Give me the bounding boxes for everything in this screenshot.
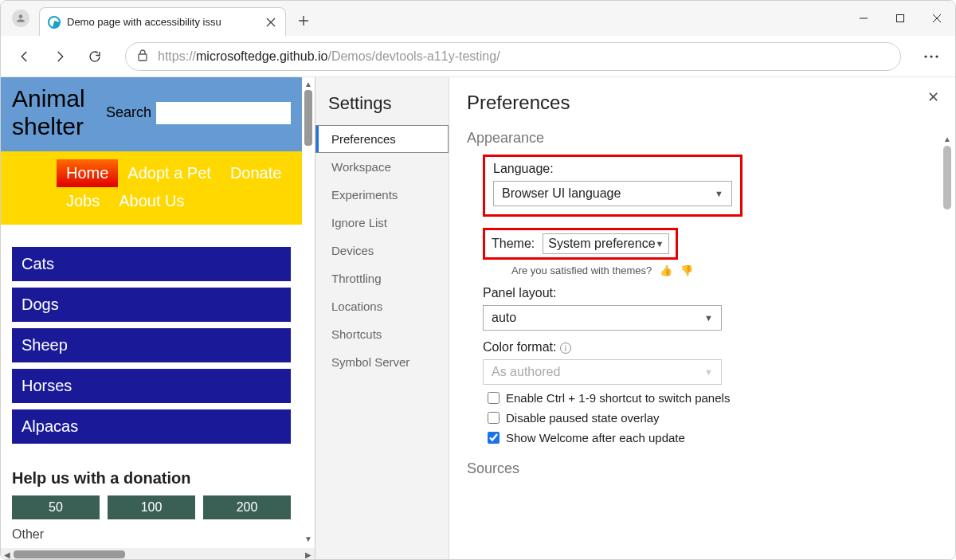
browser-tab[interactable]: Demo page with accessibility issu	[39, 7, 286, 36]
paused-overlay-checkbox-row: Disable paused state overlay	[488, 411, 934, 425]
show-welcome-checkbox[interactable]	[488, 432, 500, 444]
panel-layout-value: auto	[492, 311, 516, 325]
settings-nav-symbol-server[interactable]: Symbol Server	[315, 348, 449, 376]
theme-value: System preference	[548, 237, 655, 251]
search-label: Search	[106, 104, 151, 121]
donation-buttons: 50 100 200	[1, 495, 302, 519]
settings-nav-shortcuts[interactable]: Shortcuts	[315, 320, 449, 348]
settings-nav-devices[interactable]: Devices	[315, 237, 449, 264]
theme-highlight: Theme: System preference ▼	[483, 228, 678, 260]
thumbs-down-icon[interactable]: 👎	[680, 264, 693, 276]
nav-donate[interactable]: Donate	[221, 159, 292, 187]
chevron-down-icon: ▼	[715, 189, 723, 198]
panel-layout-field: Panel layout: auto ▼	[483, 286, 934, 331]
page-title: Animal shelter	[12, 85, 103, 140]
scroll-thumb[interactable]	[943, 146, 951, 210]
language-highlight: Language: Browser UI language ▼	[483, 155, 742, 217]
back-button[interactable]	[10, 42, 39, 71]
donation-100[interactable]: 100	[108, 495, 195, 519]
settings-nav-experiments[interactable]: Experiments	[315, 181, 449, 209]
scroll-up-icon[interactable]: ▲	[302, 77, 315, 90]
settings-nav-preferences[interactable]: Preferences	[315, 125, 449, 153]
close-settings-button[interactable]: ✕	[927, 88, 939, 106]
show-welcome-checkbox-row: Show Welcome after each update	[488, 431, 934, 444]
panel-layout-select[interactable]: auto ▼	[483, 305, 722, 331]
theme-label: Theme:	[492, 237, 535, 251]
language-select[interactable]: Browser UI language ▼	[493, 181, 732, 206]
color-format-label: Color format: i	[483, 340, 934, 354]
settings-nav-locations[interactable]: Locations	[315, 292, 449, 320]
show-welcome-label: Show Welcome after each update	[506, 431, 685, 444]
window-close-button[interactable]	[919, 1, 955, 36]
animal-dogs[interactable]: Dogs	[12, 288, 291, 322]
page-vertical-scrollbar[interactable]: ▲ ▼	[302, 77, 315, 545]
scroll-left-icon[interactable]: ◀	[1, 548, 14, 560]
settings-nav-workspace[interactable]: Workspace	[315, 153, 449, 181]
lock-icon	[137, 49, 148, 64]
donation-200[interactable]: 200	[203, 495, 291, 519]
ctrl19-label: Enable Ctrl + 1-9 shortcut to switch pan…	[506, 391, 730, 405]
animal-horses[interactable]: Horses	[12, 369, 291, 403]
scroll-up-icon[interactable]: ▲	[942, 133, 952, 144]
color-format-select: As authored ▼	[483, 359, 722, 385]
settings-nav-ignore-list[interactable]: Ignore List	[315, 209, 449, 237]
settings-sidebar: Settings Preferences Workspace Experimen…	[315, 77, 449, 560]
ctrl19-checkbox-row: Enable Ctrl + 1-9 shortcut to switch pan…	[488, 391, 934, 405]
theme-feedback: Are you satisfied with themes? 👍 👎	[511, 264, 934, 276]
donation-other-label: Other	[1, 519, 302, 545]
ctrl19-checkbox[interactable]	[488, 392, 500, 404]
svg-point-4	[935, 55, 938, 57]
browser-titlebar: Demo page with accessibility issu	[1, 1, 955, 36]
color-format-value: As authored	[492, 365, 560, 379]
window-maximize-button[interactable]	[882, 1, 919, 36]
url-text: https://microsoftedge.github.io/Demos/de…	[158, 49, 500, 64]
info-icon[interactable]: i	[560, 343, 571, 354]
appearance-heading: Appearance	[467, 130, 934, 147]
chevron-down-icon: ▼	[704, 367, 713, 377]
refresh-button[interactable]	[80, 42, 109, 71]
nav-home[interactable]: Home	[57, 159, 118, 187]
chevron-down-icon: ▼	[704, 313, 713, 323]
browser-menu-button[interactable]	[917, 42, 946, 71]
nav-jobs[interactable]: Jobs	[57, 187, 109, 215]
search-input[interactable]	[156, 102, 291, 124]
preferences-title: Preferences	[467, 92, 934, 114]
theme-select[interactable]: System preference ▼	[543, 233, 669, 254]
animal-list: Cats Dogs Sheep Horses Alpacas	[1, 225, 302, 458]
profile-avatar[interactable]	[12, 10, 29, 27]
address-bar[interactable]: https://microsoftedge.github.io/Demos/de…	[125, 42, 901, 71]
close-tab-button[interactable]	[264, 16, 277, 29]
nav-adopt[interactable]: Adopt a Pet	[118, 159, 221, 187]
settings-nav-throttling[interactable]: Throttling	[315, 264, 449, 292]
forward-button[interactable]	[45, 42, 74, 71]
preferences-panel: ✕ Preferences Appearance Language: Brows…	[449, 77, 955, 560]
scroll-down-icon[interactable]: ▼	[302, 532, 315, 545]
animal-sheep[interactable]: Sheep	[12, 328, 291, 362]
window-minimize-button[interactable]	[845, 1, 882, 36]
language-label: Language:	[493, 162, 732, 176]
new-tab-button[interactable]	[291, 8, 316, 33]
tab-title: Demo page with accessibility issu	[67, 16, 264, 28]
prefs-scrollbar[interactable]: ▲	[942, 133, 952, 553]
animal-cats[interactable]: Cats	[12, 247, 291, 281]
svg-point-3	[930, 55, 932, 57]
animal-alpacas[interactable]: Alpacas	[12, 409, 291, 444]
color-format-field: Color format: i As authored ▼	[483, 340, 934, 385]
donation-heading: Help us with a donation	[1, 458, 302, 495]
nav-about[interactable]: About Us	[109, 187, 194, 215]
page-header: Animal shelter Search	[1, 77, 302, 151]
language-value: Browser UI language	[502, 186, 621, 201]
donation-50[interactable]: 50	[12, 495, 100, 519]
scroll-right-icon[interactable]: ▶	[302, 548, 315, 560]
paused-overlay-checkbox[interactable]	[488, 412, 500, 424]
hscroll-thumb[interactable]	[14, 550, 125, 558]
settings-title: Settings	[315, 88, 449, 125]
browser-toolbar: https://microsoftedge.github.io/Demos/de…	[1, 36, 955, 77]
chevron-down-icon: ▼	[656, 239, 664, 249]
page-horizontal-scrollbar[interactable]: ◀ ▶	[1, 548, 315, 560]
page-viewport: Animal shelter Search Home Adopt a Pet D…	[1, 77, 315, 560]
panel-layout-label: Panel layout:	[483, 286, 934, 300]
edge-favicon	[48, 16, 61, 29]
thumbs-up-icon[interactable]: 👍	[660, 264, 672, 276]
scroll-thumb[interactable]	[304, 90, 312, 146]
